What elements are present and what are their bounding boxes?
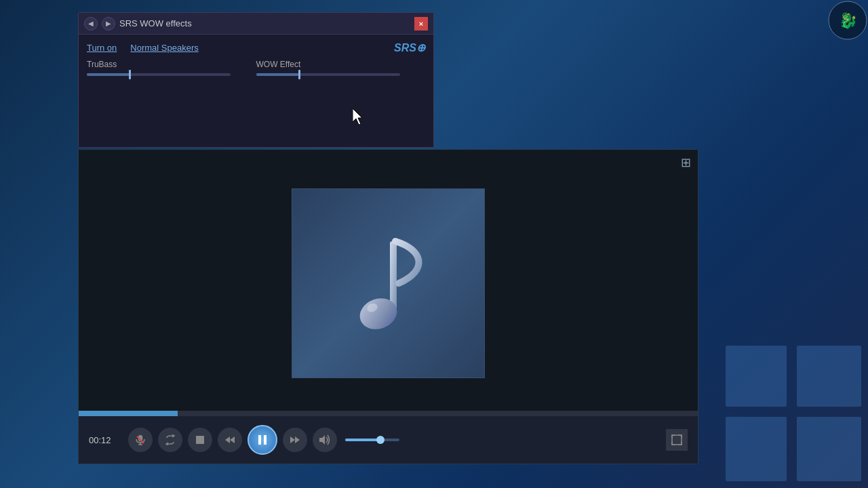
srs-titlebar: ◀ ▶ SRS WOW effects × (79, 13, 433, 35)
srs-turn-on-link[interactable]: Turn on (87, 43, 117, 53)
next-button[interactable] (283, 428, 307, 452)
wow-effect-slider[interactable] (256, 73, 400, 76)
srs-close-button[interactable]: × (414, 17, 428, 30)
svg-rect-3 (797, 417, 861, 481)
windows-logo (719, 339, 868, 488)
wow-effect-thumb (298, 70, 300, 79)
progress-bar-fill (79, 411, 178, 416)
media-player-body: ⊞ (79, 150, 698, 416)
music-note-container (292, 189, 484, 378)
dragon-logo: 🐉 (827, 0, 868, 41)
srs-back-button[interactable]: ◀ (84, 17, 98, 30)
trubass-slider-group: TruBass (87, 60, 256, 76)
svg-rect-16 (258, 435, 261, 445)
stop-icon (195, 435, 205, 445)
svg-marker-14 (225, 436, 230, 443)
wow-effect-fill (256, 73, 300, 76)
media-player-controls: 00:12 (79, 416, 698, 464)
volume-button[interactable] (313, 428, 337, 452)
trubass-slider[interactable] (87, 73, 231, 76)
srs-fwd-button[interactable]: ▶ (102, 17, 115, 30)
trubass-fill (87, 73, 130, 76)
svg-marker-15 (230, 436, 235, 443)
svg-marker-20 (319, 435, 325, 445)
music-note-svg (334, 222, 443, 344)
svg-rect-21 (672, 435, 682, 445)
srs-body: Turn on Normal Speakers SRS⊕ TruBass WOW… (79, 35, 433, 147)
srs-sliders: TruBass WOW Effect (87, 60, 425, 76)
srs-title: SRS WOW effects (119, 18, 410, 28)
progress-bar-container[interactable] (79, 411, 698, 416)
album-art (292, 188, 485, 378)
repeat-icon (165, 434, 176, 445)
svg-marker-18 (290, 436, 295, 443)
svg-rect-2 (726, 417, 787, 481)
expand-icon (671, 434, 682, 445)
volume-icon (319, 434, 331, 445)
repeat-button[interactable] (158, 428, 182, 452)
svg-rect-0 (726, 346, 787, 407)
wow-effect-slider-group: WOW Effect (256, 60, 426, 76)
svg-rect-1 (797, 346, 861, 407)
mic-icon (135, 434, 146, 445)
prev-icon (224, 434, 235, 445)
volume-slider[interactable] (345, 439, 399, 441)
svg-rect-6 (390, 241, 397, 309)
mute-button[interactable] (128, 428, 153, 452)
widget-button[interactable]: ⊞ (681, 155, 691, 170)
prev-button[interactable] (218, 428, 242, 452)
expand-button[interactable] (666, 429, 688, 451)
svg-text:🐉: 🐉 (839, 12, 858, 30)
wow-effect-label: WOW Effect (256, 60, 426, 69)
play-pause-button[interactable] (248, 425, 277, 455)
media-player-window: ⊞ (78, 149, 698, 464)
pause-icon (256, 434, 269, 446)
srs-wow-popup: ◀ ▶ SRS WOW effects × Turn on Normal Spe… (78, 12, 434, 148)
stop-button[interactable] (188, 428, 212, 452)
volume-thumb (376, 436, 384, 444)
srs-links: Turn on Normal Speakers SRS⊕ (87, 41, 425, 54)
trubass-label: TruBass (87, 60, 256, 69)
time-display: 00:12 (89, 435, 119, 445)
trubass-thumb (129, 70, 131, 79)
next-icon (290, 434, 300, 445)
srs-normal-speakers-link[interactable]: Normal Speakers (130, 43, 198, 53)
svg-marker-19 (295, 436, 300, 443)
srs-logo: SRS⊕ (394, 41, 425, 54)
svg-rect-13 (196, 436, 204, 444)
svg-rect-17 (264, 435, 267, 445)
